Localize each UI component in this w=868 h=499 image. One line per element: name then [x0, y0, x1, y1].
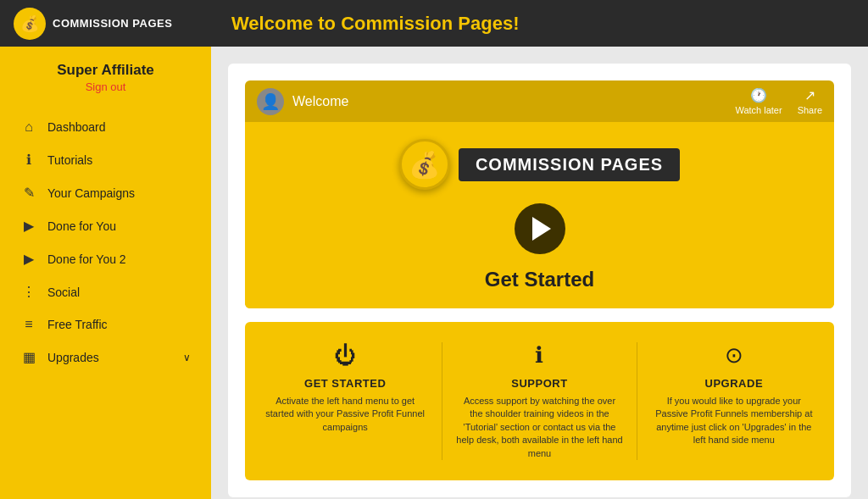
video-title-text: Welcome: [292, 94, 726, 109]
top-bar: Welcome to Commission Pages!: [211, 0, 868, 47]
sidebar-item-done-for-you[interactable]: ▶ Done for You: [0, 209, 211, 242]
video-avatar: 👤: [257, 88, 284, 115]
share-button[interactable]: ↗ Share: [798, 87, 822, 115]
sidebar-item-label: Your Campaigns: [47, 186, 135, 200]
nav-menu: ⌂ Dashboard ℹ Tutorials ✎ Your Campaigns…: [0, 111, 211, 374]
sign-out-link[interactable]: Sign out: [86, 80, 126, 93]
main-content: Welcome to Commission Pages! 👤 Welcome 🕐…: [211, 0, 868, 499]
welcome-card: 👤 Welcome 🕐 Watch later ↗ Share: [228, 64, 851, 497]
sidebar-item-label: Dashboard: [47, 120, 106, 134]
info-block-support: ℹ SUPPORT Access support by watching the…: [456, 342, 622, 460]
sidebar-item-label: Free Traffic: [47, 318, 108, 331]
logo-text: COMMISSION PAGES: [53, 17, 172, 30]
power-icon: ⏻: [334, 342, 356, 369]
done-for-you-2-icon: ▶: [20, 251, 37, 267]
commission-banner: COMMISSION PAGES: [459, 148, 680, 181]
video-controls-right: 🕐 Watch later ↗ Share: [735, 87, 822, 115]
dashboard-icon: ⌂: [20, 119, 37, 135]
user-name: Super Affiliate: [0, 62, 211, 79]
sidebar-item-upgrades[interactable]: ▦ Upgrades ∨: [0, 341, 211, 374]
tutorials-icon: ℹ: [20, 152, 37, 168]
commission-logo-area: 💰 COMMISSION PAGES: [399, 139, 680, 190]
done-for-you-icon: ▶: [20, 218, 37, 234]
sidebar-item-campaigns[interactable]: ✎ Your Campaigns: [0, 176, 211, 209]
info-section: ⏻ GET STARTED Activate the left hand men…: [245, 322, 834, 480]
sidebar-item-label: Social: [47, 286, 80, 299]
video-container: 👤 Welcome 🕐 Watch later ↗ Share: [245, 80, 834, 308]
sidebar-logo: 💰 COMMISSION PAGES: [0, 0, 211, 47]
info-divider-1: [442, 342, 442, 460]
video-body: 💰 COMMISSION PAGES Get Started: [245, 122, 834, 308]
upgrade-icon: ⊙: [725, 342, 743, 369]
video-header: 👤 Welcome 🕐 Watch later ↗ Share: [245, 80, 834, 122]
info-divider-2: [637, 342, 637, 460]
chevron-down-icon: ∨: [183, 352, 191, 363]
upgrades-icon: ▦: [20, 349, 37, 365]
user-section: Super Affiliate Sign out: [0, 47, 211, 103]
info-title-support: SUPPORT: [511, 377, 567, 390]
info-title-upgrade: UPGRADE: [705, 377, 764, 390]
sidebar-item-label: Done for You 2: [47, 252, 126, 266]
info-block-upgrade: ⊙ UPGRADE If you would like to upgrade y…: [651, 342, 817, 447]
watch-later-button[interactable]: 🕐 Watch later: [735, 87, 782, 115]
sidebar-item-label: Tutorials: [47, 153, 92, 167]
play-triangle-icon: [532, 217, 551, 241]
sidebar: 💰 COMMISSION PAGES Super Affiliate Sign …: [0, 0, 211, 499]
sidebar-item-done-for-you-2[interactable]: ▶ Done for You 2: [0, 242, 211, 275]
get-started-text: Get Started: [485, 268, 594, 291]
info-title-get-started: GET STARTED: [304, 377, 386, 390]
play-button[interactable]: [515, 203, 565, 254]
commission-logo-circle: 💰: [399, 139, 450, 190]
watch-later-icon: 🕐: [750, 87, 767, 103]
sidebar-item-dashboard[interactable]: ⌂ Dashboard: [0, 111, 211, 143]
info-block-get-started: ⏻ GET STARTED Activate the left hand men…: [262, 342, 428, 434]
info-desc-get-started: Activate the left hand menu to get start…: [262, 395, 428, 434]
page-title: Welcome to Commission Pages!: [231, 13, 519, 35]
sidebar-item-label: Done for You: [47, 219, 116, 233]
sidebar-item-label: Upgrades: [47, 351, 99, 364]
info-icon: ℹ: [535, 342, 543, 369]
sidebar-item-free-traffic[interactable]: ≡ Free Traffic: [0, 308, 211, 341]
social-icon: ⋮: [20, 284, 37, 300]
logo-icon: 💰: [14, 8, 46, 40]
share-icon: ↗: [804, 87, 815, 103]
info-desc-upgrade: If you would like to upgrade your Passiv…: [651, 395, 817, 447]
sidebar-item-social[interactable]: ⋮ Social: [0, 275, 211, 308]
content-area: 👤 Welcome 🕐 Watch later ↗ Share: [211, 47, 868, 499]
free-traffic-icon: ≡: [20, 317, 37, 332]
info-desc-support: Access support by watching the over the …: [456, 395, 622, 460]
campaigns-icon: ✎: [20, 185, 37, 201]
sidebar-item-tutorials[interactable]: ℹ Tutorials: [0, 143, 211, 176]
